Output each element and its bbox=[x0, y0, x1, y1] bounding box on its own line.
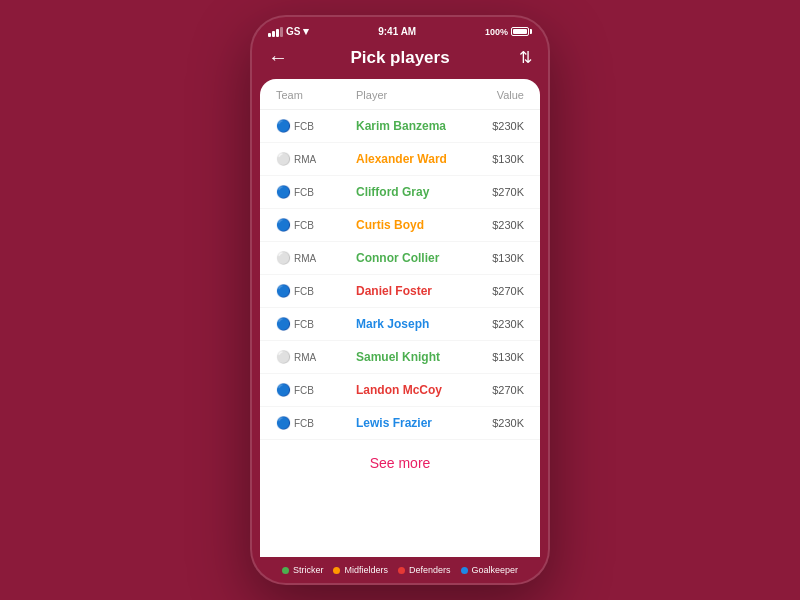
legend-dot-icon bbox=[282, 567, 289, 574]
player-row[interactable]: ⚪ RMA Alexander Ward $130K bbox=[260, 143, 540, 176]
see-more-row: See more bbox=[260, 440, 540, 486]
col-team-header: Team bbox=[276, 89, 356, 101]
player-row[interactable]: 🔵 FCB Landon McCoy $270K bbox=[260, 374, 540, 407]
team-badge-icon: ⚪ bbox=[276, 251, 291, 265]
page-title: Pick players bbox=[350, 48, 449, 68]
team-badge-icon: 🔵 bbox=[276, 185, 291, 199]
team-badge-icon: 🔵 bbox=[276, 119, 291, 133]
player-row[interactable]: 🔵 FCB Mark Joseph $230K bbox=[260, 308, 540, 341]
status-time: 9:41 AM bbox=[378, 26, 416, 37]
legend-dot-icon bbox=[461, 567, 468, 574]
legend-item: Defenders bbox=[398, 565, 451, 575]
player-name: Lewis Frazier bbox=[356, 416, 454, 430]
team-label: FCB bbox=[294, 286, 314, 297]
player-value: $230K bbox=[454, 120, 524, 132]
content-area: Team Player Value 🔵 FCB Karim Banzema $2… bbox=[260, 79, 540, 557]
legend-item: Midfielders bbox=[333, 565, 388, 575]
player-row[interactable]: 🔵 FCB Lewis Frazier $230K bbox=[260, 407, 540, 440]
player-row[interactable]: ⚪ RMA Connor Collier $130K bbox=[260, 242, 540, 275]
player-name: Clifford Gray bbox=[356, 185, 454, 199]
filter-button[interactable]: ⇅ bbox=[519, 48, 532, 67]
team-badge-icon: 🔵 bbox=[276, 218, 291, 232]
player-name: Alexander Ward bbox=[356, 152, 454, 166]
team-cell: 🔵 FCB bbox=[276, 284, 356, 298]
player-list: 🔵 FCB Karim Banzema $230K ⚪ RMA Alexande… bbox=[260, 110, 540, 440]
table-header: Team Player Value bbox=[260, 79, 540, 110]
team-label: FCB bbox=[294, 385, 314, 396]
team-label: FCB bbox=[294, 220, 314, 231]
player-value: $130K bbox=[454, 351, 524, 363]
player-row[interactable]: ⚪ RMA Samuel Knight $130K bbox=[260, 341, 540, 374]
team-badge-icon: ⚪ bbox=[276, 152, 291, 166]
team-cell: ⚪ RMA bbox=[276, 152, 356, 166]
col-value-header: Value bbox=[454, 89, 524, 101]
legend-label: Midfielders bbox=[344, 565, 388, 575]
player-row[interactable]: 🔵 FCB Curtis Boyd $230K bbox=[260, 209, 540, 242]
team-cell: 🔵 FCB bbox=[276, 416, 356, 430]
legend-dot-icon bbox=[398, 567, 405, 574]
team-cell: ⚪ RMA bbox=[276, 251, 356, 265]
team-label: RMA bbox=[294, 352, 316, 363]
player-value: $230K bbox=[454, 318, 524, 330]
legend-label: Stricker bbox=[293, 565, 324, 575]
team-label: FCB bbox=[294, 187, 314, 198]
player-name: Curtis Boyd bbox=[356, 218, 454, 232]
player-value: $130K bbox=[454, 252, 524, 264]
player-value: $270K bbox=[454, 285, 524, 297]
legend: Stricker Midfielders Defenders Goalkeepe… bbox=[252, 557, 548, 583]
signal-bars-icon bbox=[268, 27, 283, 37]
player-name: Samuel Knight bbox=[356, 350, 454, 364]
legend-label: Defenders bbox=[409, 565, 451, 575]
team-badge-icon: 🔵 bbox=[276, 383, 291, 397]
team-label: RMA bbox=[294, 154, 316, 165]
player-value: $130K bbox=[454, 153, 524, 165]
team-label: FCB bbox=[294, 319, 314, 330]
status-bar: GS ▾ 9:41 AM 100% bbox=[252, 17, 548, 42]
status-right: 100% bbox=[485, 27, 532, 37]
back-button[interactable]: ← bbox=[268, 46, 288, 69]
player-value: $270K bbox=[454, 384, 524, 396]
team-label: RMA bbox=[294, 253, 316, 264]
player-row[interactable]: 🔵 FCB Karim Banzema $230K bbox=[260, 110, 540, 143]
player-name: Karim Banzema bbox=[356, 119, 454, 133]
player-name: Mark Joseph bbox=[356, 317, 454, 331]
team-cell: ⚪ RMA bbox=[276, 350, 356, 364]
team-cell: 🔵 FCB bbox=[276, 317, 356, 331]
player-name: Landon McCoy bbox=[356, 383, 454, 397]
player-value: $230K bbox=[454, 219, 524, 231]
player-row[interactable]: 🔵 FCB Clifford Gray $270K bbox=[260, 176, 540, 209]
team-cell: 🔵 FCB bbox=[276, 383, 356, 397]
legend-dot-icon bbox=[333, 567, 340, 574]
legend-item: Goalkeeper bbox=[461, 565, 519, 575]
player-row[interactable]: 🔵 FCB Daniel Foster $270K bbox=[260, 275, 540, 308]
team-label: FCB bbox=[294, 418, 314, 429]
legend-label: Goalkeeper bbox=[472, 565, 519, 575]
player-name: Connor Collier bbox=[356, 251, 454, 265]
status-left: GS ▾ bbox=[268, 25, 309, 38]
col-player-header: Player bbox=[356, 89, 454, 101]
phone-frame: GS ▾ 9:41 AM 100% ← Pick players ⇅ Team bbox=[250, 15, 550, 585]
player-name: Daniel Foster bbox=[356, 284, 454, 298]
team-badge-icon: 🔵 bbox=[276, 284, 291, 298]
team-cell: 🔵 FCB bbox=[276, 185, 356, 199]
team-badge-icon: 🔵 bbox=[276, 317, 291, 331]
legend-item: Stricker bbox=[282, 565, 324, 575]
page-header: ← Pick players ⇅ bbox=[252, 42, 548, 79]
see-more-button[interactable]: See more bbox=[370, 455, 431, 471]
team-label: FCB bbox=[294, 121, 314, 132]
team-badge-icon: 🔵 bbox=[276, 416, 291, 430]
wifi-icon: ▾ bbox=[303, 25, 309, 38]
team-badge-icon: ⚪ bbox=[276, 350, 291, 364]
team-cell: 🔵 FCB bbox=[276, 119, 356, 133]
team-cell: 🔵 FCB bbox=[276, 218, 356, 232]
battery-icon bbox=[511, 27, 532, 36]
battery-percentage: 100% bbox=[485, 27, 508, 37]
player-value: $270K bbox=[454, 186, 524, 198]
carrier-label: GS bbox=[286, 26, 300, 37]
player-value: $230K bbox=[454, 417, 524, 429]
